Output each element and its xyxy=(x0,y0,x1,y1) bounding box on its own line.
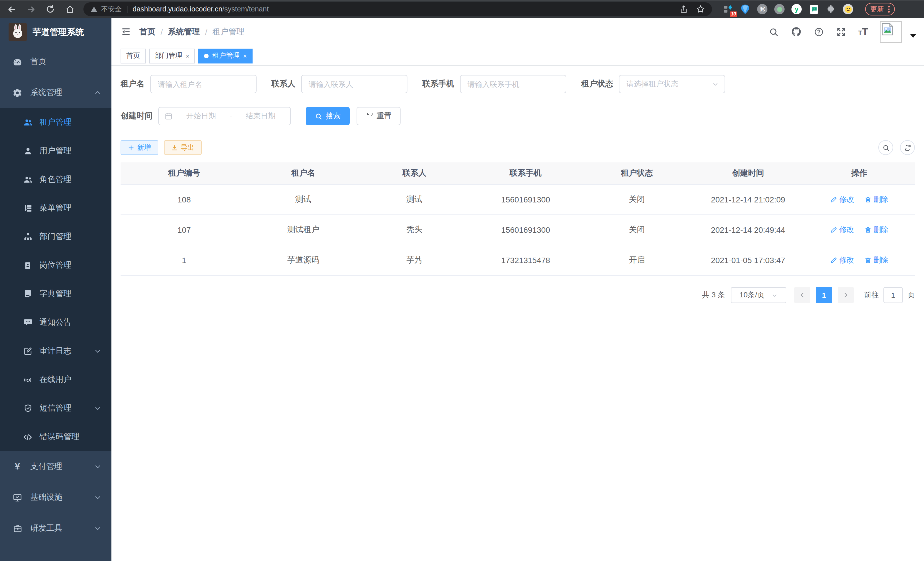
chevron-down-icon[interactable] xyxy=(910,34,916,38)
prev-page-button[interactable] xyxy=(794,287,810,303)
share-icon[interactable] xyxy=(680,5,688,14)
sidebar-item-error-code[interactable]: 错误码管理 xyxy=(0,423,111,451)
contact-input[interactable] xyxy=(301,75,407,93)
sidebar-item-payment[interactable]: ¥ 支付管理 xyxy=(0,451,111,482)
table-header-row: 租户编号 租户名 联系人 联系手机 租户状态 创建时间 操作 xyxy=(121,162,915,184)
sidebar-item-sms[interactable]: 短信管理 xyxy=(0,394,111,423)
sidebar-item-user[interactable]: 用户管理 xyxy=(0,137,111,165)
page-size-select[interactable]: 10条/页 xyxy=(731,287,786,303)
field-label: 联系人 xyxy=(272,79,296,89)
export-label: 导出 xyxy=(181,143,194,152)
status-select[interactable]: 请选择租户状态 xyxy=(619,75,725,93)
search-button[interactable]: 搜索 xyxy=(306,107,350,125)
date-range-picker[interactable]: 开始日期 - 结束日期 xyxy=(158,107,291,125)
chevron-down-icon xyxy=(94,494,101,501)
download-icon xyxy=(171,144,178,151)
delete-button[interactable]: 删除 xyxy=(864,255,888,265)
sidebar-item-home[interactable]: 首页 xyxy=(0,46,111,77)
tags-view: 首页 部门管理× 租户管理× xyxy=(111,46,924,66)
breadcrumb-system[interactable]: 系统管理 xyxy=(168,27,200,37)
total-count: 共 3 条 xyxy=(702,290,725,300)
breadcrumb-separator: / xyxy=(160,27,163,36)
add-button[interactable]: 新增 xyxy=(121,140,158,155)
home-icon[interactable] xyxy=(64,3,75,15)
close-icon[interactable]: × xyxy=(243,52,247,59)
goto-page-input[interactable] xyxy=(884,287,903,303)
puzzle-extensions-icon[interactable] xyxy=(825,3,837,15)
reload-icon[interactable] xyxy=(45,3,56,15)
forward-icon[interactable] xyxy=(25,3,37,15)
extension-grid-icon[interactable]: 10 xyxy=(722,3,734,15)
close-icon[interactable]: × xyxy=(186,52,189,59)
delete-label: 删除 xyxy=(873,225,888,235)
bookmark-star-icon[interactable] xyxy=(696,5,705,14)
tab-dept[interactable]: 部门管理× xyxy=(149,48,195,63)
edit-button[interactable]: 修改 xyxy=(830,194,854,205)
col-contact: 联系人 xyxy=(359,162,470,184)
sidebar-item-dict[interactable]: 字典管理 xyxy=(0,280,111,308)
mobile-input[interactable] xyxy=(460,75,566,93)
calendar-icon xyxy=(165,112,172,120)
sidebar-item-menu[interactable]: 菜单管理 xyxy=(0,194,111,223)
fullscreen-icon[interactable] xyxy=(836,27,846,37)
date-separator: - xyxy=(230,112,232,120)
plus-icon xyxy=(128,144,134,151)
address-divider xyxy=(127,5,128,13)
command-extension-icon[interactable]: ⌘ xyxy=(757,3,768,15)
chevron-down-icon xyxy=(94,525,101,532)
cell-mobile: 15601691300 xyxy=(470,215,581,245)
sidebar-collapse-icon[interactable] xyxy=(121,26,131,37)
sidebar-item-notice[interactable]: 通知公告 xyxy=(0,308,111,337)
sidebar-item-audit-log[interactable]: 审计日志 xyxy=(0,337,111,365)
delete-label: 删除 xyxy=(873,194,888,205)
refresh-button[interactable] xyxy=(900,140,915,155)
edit-label: 修改 xyxy=(839,225,854,235)
yuque-extension-icon[interactable]: y xyxy=(791,3,802,15)
sidebar-item-label: 租户管理 xyxy=(39,117,71,128)
chrome-update-button[interactable]: 更新 xyxy=(865,3,895,15)
avatar[interactable] xyxy=(880,21,902,43)
sidebar-item-post[interactable]: 岗位管理 xyxy=(0,251,111,280)
edit-button[interactable]: 修改 xyxy=(830,225,854,235)
help-icon[interactable] xyxy=(814,27,824,37)
sidebar-item-dept[interactable]: 部门管理 xyxy=(0,223,111,251)
sidebar-item-online-user[interactable]: 在线用户 xyxy=(0,365,111,394)
select-placeholder: 请选择租户状态 xyxy=(626,79,712,89)
search-icon[interactable] xyxy=(769,27,779,37)
github-icon[interactable] xyxy=(791,26,802,37)
breadcrumb-home[interactable]: 首页 xyxy=(140,27,155,37)
app-logo[interactable]: 芋道管理系统 xyxy=(0,18,111,46)
sidebar-item-tenant[interactable]: 租户管理 xyxy=(0,108,111,137)
tab-home[interactable]: 首页 xyxy=(121,48,146,63)
tree-list-icon xyxy=(23,203,33,213)
delete-button[interactable]: 删除 xyxy=(864,194,888,205)
monitor-icon xyxy=(13,493,22,502)
sidebar-item-infra[interactable]: 基础设施 xyxy=(0,482,111,513)
reset-button[interactable]: 重置 xyxy=(357,107,400,125)
edit-button[interactable]: 修改 xyxy=(830,255,854,265)
browser-menu-icon[interactable] xyxy=(888,6,890,13)
tenant-name-input[interactable] xyxy=(150,75,256,93)
toggle-search-button[interactable] xyxy=(878,140,893,155)
next-page-button[interactable] xyxy=(838,287,854,303)
export-button[interactable]: 导出 xyxy=(164,140,202,155)
sidebar-item-system[interactable]: 系统管理 xyxy=(0,77,111,108)
tenant-table: 租户编号 租户名 联系人 联系手机 租户状态 创建时间 操作 108 测试 xyxy=(121,162,915,276)
cell-actions: 修改 删除 xyxy=(804,184,915,215)
navbar-actions: TT xyxy=(769,21,924,43)
recorder-extension-icon[interactable] xyxy=(774,3,785,15)
id-badge-icon xyxy=(23,260,33,270)
chat-extension-icon[interactable] xyxy=(808,3,819,15)
delete-button[interactable]: 删除 xyxy=(864,225,888,235)
chevron-down-icon xyxy=(94,405,101,412)
sidebar-item-dev-tools[interactable]: 研发工具 xyxy=(0,513,111,544)
tab-tenant[interactable]: 租户管理× xyxy=(199,48,253,63)
online-signal-icon xyxy=(23,375,33,385)
font-size-icon[interactable]: TT xyxy=(858,27,868,37)
sidebar-item-role[interactable]: 角色管理 xyxy=(0,165,111,194)
balloon-extension-icon[interactable] xyxy=(740,3,751,15)
back-icon[interactable] xyxy=(6,3,17,15)
avatar-emoji-icon[interactable] xyxy=(842,3,854,15)
address-bar[interactable]: 不安全 dashboard.yudao.iocoder.cn/system/te… xyxy=(83,2,712,16)
current-page[interactable]: 1 xyxy=(816,287,832,303)
